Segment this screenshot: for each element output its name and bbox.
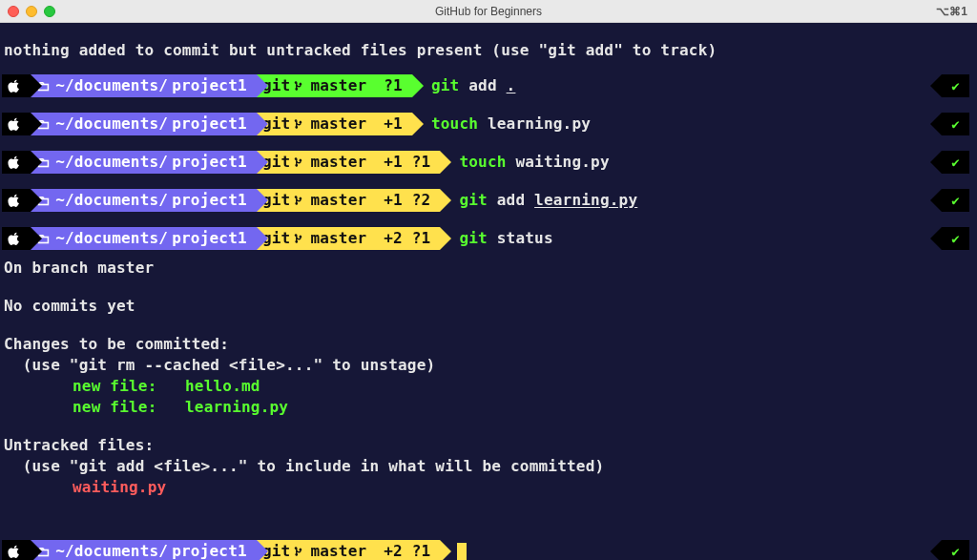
command-text: git add .	[431, 75, 516, 96]
command-text: git add learning.py	[459, 190, 637, 211]
check-icon: ✔	[951, 228, 960, 249]
success-indicator: ✔	[930, 74, 969, 97]
branch-icon	[294, 545, 306, 558]
path-segment: 🗀 ~/documents/project1	[31, 540, 257, 560]
window-controls	[8, 6, 55, 17]
command-token: learning.py	[534, 191, 637, 209]
command-text: touch waiting.py	[459, 152, 609, 173]
os-segment	[2, 151, 31, 174]
command-text: git status	[459, 228, 552, 249]
command-token: status	[497, 229, 553, 247]
prompt-current[interactable]: 🗀 ~/documents/project1 git master +2 ?1 …	[2, 532, 975, 560]
check-icon: ✔	[951, 114, 960, 135]
os-segment	[2, 540, 31, 560]
window-shortcut-hint: ⌥⌘1	[936, 5, 967, 18]
command-token: touch	[459, 153, 506, 171]
apple-icon	[8, 232, 21, 245]
path-segment: 🗀~/documents/project1	[31, 189, 257, 212]
git-status-segment: git master +2 ?1	[257, 540, 441, 560]
output-line: nothing added to commit but untracked fi…	[2, 40, 975, 61]
success-indicator: ✔	[930, 540, 969, 560]
git-status-segment: gitmaster ?1	[257, 74, 412, 97]
os-segment	[2, 113, 31, 135]
os-segment	[2, 189, 31, 212]
command-token: git	[459, 191, 488, 209]
command-token: git	[431, 76, 460, 94]
history-line: 🗀~/documents/project1 gitmaster ?1 git a…	[2, 67, 975, 105]
success-indicator: ✔	[930, 189, 969, 212]
os-segment	[2, 74, 31, 97]
branch-icon	[294, 79, 306, 93]
history-line: 🗀~/documents/project1 gitmaster +2 ?1 gi…	[2, 219, 975, 258]
command-text: touch learning.py	[431, 114, 591, 135]
window-title: GitHub for Beginners	[0, 5, 977, 18]
path-segment: 🗀~/documents/project1	[31, 113, 257, 135]
git-status-segment: gitmaster +1 ?2	[257, 189, 441, 212]
command-token: add	[468, 76, 497, 94]
path-segment: 🗀~/documents/project1	[31, 227, 257, 250]
command-token: add	[497, 191, 526, 209]
apple-icon	[8, 545, 21, 558]
branch-icon	[294, 117, 306, 131]
terminal-cursor	[457, 543, 467, 560]
window-titlebar: GitHub for Beginners ⌥⌘1	[0, 0, 977, 23]
check-icon: ✔	[951, 152, 960, 173]
staged-file: new file: hello.md	[4, 376, 975, 397]
check-icon: ✔	[951, 190, 960, 211]
zoom-window-button[interactable]	[44, 6, 55, 17]
command-token: .	[507, 76, 516, 94]
git-status-segment: gitmaster +1	[257, 113, 412, 135]
path-segment: 🗀~/documents/project1	[31, 151, 257, 174]
path-segment: 🗀~/documents/project1	[31, 74, 257, 97]
history-line: 🗀~/documents/project1 gitmaster +1 ?1 to…	[2, 143, 975, 181]
git-status-output: On branch master No commits yet Changes …	[2, 258, 975, 498]
close-window-button[interactable]	[8, 6, 19, 17]
staged-file: new file: learning.py	[4, 397, 975, 418]
terminal-viewport[interactable]: nothing added to commit but untracked fi…	[0, 23, 977, 560]
command-token: waiting.py	[515, 153, 609, 171]
apple-icon	[8, 117, 21, 131]
success-indicator: ✔	[930, 113, 969, 135]
history-line: 🗀~/documents/project1 gitmaster +1 touch…	[2, 105, 975, 143]
os-segment	[2, 227, 31, 250]
success-indicator: ✔	[930, 151, 969, 174]
command-token: learning.py	[488, 114, 591, 133]
minimize-window-button[interactable]	[26, 6, 37, 17]
branch-icon	[294, 156, 306, 169]
success-indicator: ✔	[930, 227, 969, 250]
apple-icon	[8, 194, 21, 207]
git-status-segment: gitmaster +1 ?1	[257, 151, 441, 174]
check-icon: ✔	[951, 75, 960, 96]
history-line: 🗀~/documents/project1 gitmaster +1 ?2 gi…	[2, 181, 975, 219]
untracked-file: waiting.py	[4, 477, 975, 498]
command-token: git	[459, 229, 488, 247]
git-status-segment: gitmaster +2 ?1	[257, 227, 441, 250]
apple-icon	[8, 79, 21, 93]
branch-icon	[294, 232, 306, 245]
branch-icon	[294, 194, 306, 207]
command-token: touch	[431, 114, 478, 133]
check-icon: ✔	[951, 541, 960, 560]
apple-icon	[8, 156, 21, 169]
